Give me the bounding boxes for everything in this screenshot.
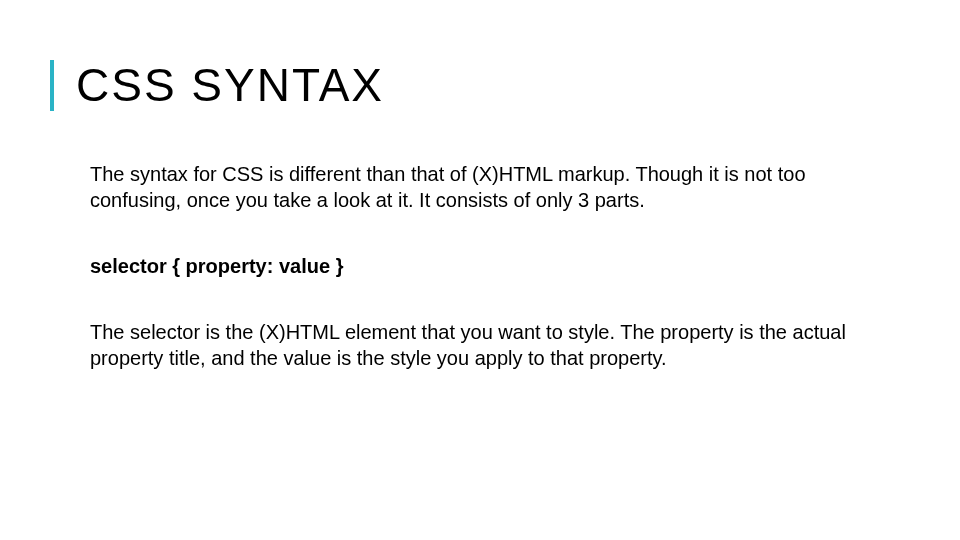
title-block: CSS SYNTAX — [50, 60, 900, 111]
syntax-example: selector { property: value } — [90, 253, 880, 279]
slide: CSS SYNTAX The syntax for CSS is differe… — [0, 0, 960, 540]
paragraph-explanation: The selector is the (X)HTML element that… — [90, 319, 880, 371]
slide-body: The syntax for CSS is different than tha… — [50, 161, 900, 371]
slide-title: CSS SYNTAX — [76, 60, 900, 111]
paragraph-intro: The syntax for CSS is different than tha… — [90, 161, 880, 213]
